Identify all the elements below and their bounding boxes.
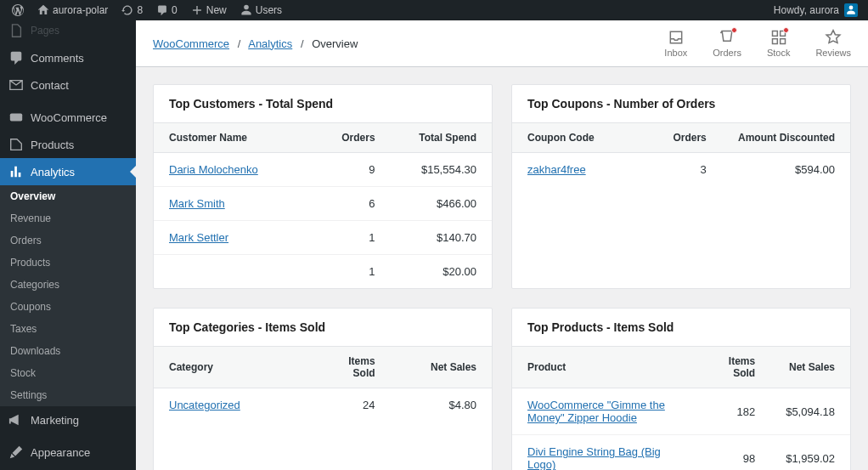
dashboard: Top Customers - Total Spend Customer Nam… — [136, 67, 868, 470]
menu-appearance[interactable]: Appearance — [0, 439, 136, 466]
product-link[interactable]: Divi Engine String Bag (Big Logo) — [527, 445, 661, 470]
submenu-orders[interactable]: Orders — [0, 229, 136, 252]
analytics-submenu: Overview Revenue Orders Products Categor… — [0, 185, 136, 406]
table-row: Mark Smith6$466.00 — [154, 187, 492, 221]
megaphone-icon — [8, 412, 24, 428]
submenu-coupons[interactable]: Coupons — [0, 296, 136, 318]
col-total-spend: Total Spend — [391, 123, 492, 153]
col-customer-name: Customer Name — [154, 123, 316, 153]
col-net-sales: Net Sales — [770, 347, 850, 388]
table-row: Uncategorized24$4.80 — [154, 388, 492, 422]
orders-icon — [719, 29, 736, 46]
table-row: 1$20.00 — [154, 255, 492, 289]
col-amount-discounted: Amount Discounted — [722, 123, 850, 153]
breadcrumb-woocommerce[interactable]: WooCommerce — [153, 37, 229, 50]
col-category: Category — [154, 347, 316, 388]
activity-stock[interactable]: Stock — [767, 29, 791, 58]
plus-icon — [191, 4, 203, 16]
updates-link[interactable]: 8 — [115, 0, 149, 20]
col-orders: Orders — [316, 123, 391, 153]
col-orders: Orders — [647, 123, 722, 153]
submenu-products[interactable]: Products — [0, 252, 136, 274]
table-row: Daria Molochenko9$15,554.30 — [154, 153, 492, 187]
table-row: WooCommerce "Gimme the Money" Zipper Hoo… — [512, 388, 850, 435]
howdy-text: Howdy, aurora — [774, 4, 839, 16]
menu-woocommerce[interactable]: WooCommerce — [0, 104, 136, 131]
comments-count: 0 — [172, 4, 178, 16]
activity-panel: Inbox Orders Stock Reviews — [664, 29, 851, 58]
analytics-icon — [8, 164, 24, 179]
activity-inbox[interactable]: Inbox — [664, 29, 687, 58]
menu-contact[interactable]: Contact — [0, 71, 136, 99]
table-row: Mark Settler1$140.70 — [154, 221, 492, 255]
card-title: Top Categories - Items Sold — [154, 309, 492, 347]
submenu-settings[interactable]: Settings — [0, 384, 136, 406]
menu-marketing[interactable]: Marketing — [0, 406, 136, 433]
site-name-link[interactable]: aurora-polar — [31, 0, 115, 20]
notification-dot — [783, 27, 789, 33]
menu-plugins[interactable]: Plugins4 — [0, 466, 136, 470]
customers-table: Customer Name Orders Total Spend Daria M… — [154, 123, 492, 288]
menu-pages[interactable]: Pages — [0, 20, 136, 44]
submenu-categories[interactable]: Categories — [0, 274, 136, 296]
customer-link[interactable]: Daria Molochenko — [169, 163, 258, 176]
activity-reviews[interactable]: Reviews — [815, 29, 851, 58]
coupon-link[interactable]: zakhar4free — [527, 163, 586, 176]
product-link[interactable]: WooCommerce "Gimme the Money" Zipper Hoo… — [527, 399, 665, 424]
admin-sidebar: Pages Comments Contact WooCommerce Produ… — [0, 20, 136, 470]
products-table: Product Items Sold Net Sales WooCommerce… — [512, 347, 850, 470]
site-name-text: aurora-polar — [53, 4, 108, 16]
activity-orders[interactable]: Orders — [713, 29, 741, 58]
update-icon — [121, 4, 133, 16]
brush-icon — [8, 445, 24, 460]
customer-link[interactable]: Mark Smith — [169, 197, 225, 210]
mail-icon — [8, 77, 24, 93]
card-title: Top Customers - Total Spend — [154, 85, 492, 123]
category-link[interactable]: Uncategorized — [169, 399, 240, 411]
submenu-downloads[interactable]: Downloads — [0, 340, 136, 362]
card-top-customers: Top Customers - Total Spend Customer Nam… — [153, 84, 493, 289]
col-items-sold: Items Sold — [316, 347, 391, 388]
breadcrumb: WooCommerce / Analytics / Overview — [153, 37, 358, 50]
breadcrumb-overview: Overview — [312, 37, 358, 50]
stock-icon — [770, 29, 787, 46]
submenu-taxes[interactable]: Taxes — [0, 318, 136, 340]
users-link-top[interactable]: Users — [234, 0, 289, 20]
menu-comments[interactable]: Comments — [0, 44, 136, 71]
submenu-stock[interactable]: Stock — [0, 362, 136, 384]
comments-link[interactable]: 0 — [149, 0, 184, 20]
svg-rect-0 — [10, 114, 22, 122]
col-items-sold: Items Sold — [703, 347, 770, 388]
submenu-overview[interactable]: Overview — [0, 185, 136, 207]
new-content-link[interactable]: New — [184, 0, 234, 20]
user-icon — [240, 4, 252, 16]
page-topbar: WooCommerce / Analytics / Overview Inbox… — [136, 20, 868, 67]
pages-icon — [8, 23, 24, 38]
table-row: zakhar4free3$594.00 — [512, 153, 850, 187]
updates-count: 8 — [137, 4, 143, 16]
products-icon — [8, 137, 24, 152]
categories-table: Category Items Sold Net Sales Uncategori… — [154, 347, 492, 422]
coupons-table: Coupon Code Orders Amount Discounted zak… — [512, 123, 850, 186]
star-icon — [825, 29, 842, 46]
submenu-revenue[interactable]: Revenue — [0, 207, 136, 229]
content-area: WooCommerce / Analytics / Overview Inbox… — [136, 20, 868, 470]
inbox-icon — [668, 29, 685, 46]
table-row: Divi Engine String Bag (Big Logo)98$1,95… — [512, 435, 850, 471]
admin-bar: aurora-polar 8 0 New Users Howdy, aurora — [0, 0, 868, 20]
comment-icon — [8, 50, 24, 65]
svg-rect-7 — [772, 39, 777, 44]
card-top-categories: Top Categories - Items Sold Category Ite… — [153, 308, 493, 470]
breadcrumb-sep: / — [238, 37, 241, 50]
svg-rect-5 — [772, 31, 777, 37]
breadcrumb-analytics[interactable]: Analytics — [248, 37, 292, 50]
card-top-coupons: Top Coupons - Number of Orders Coupon Co… — [511, 84, 851, 289]
menu-products[interactable]: Products — [0, 131, 136, 158]
wordpress-icon — [12, 4, 24, 16]
wp-logo[interactable] — [5, 0, 31, 20]
menu-analytics[interactable]: Analytics — [0, 158, 136, 185]
howdy-account[interactable]: Howdy, aurora — [769, 3, 863, 17]
customer-link[interactable]: Mark Settler — [169, 231, 228, 244]
notification-dot — [731, 27, 737, 33]
woocommerce-icon — [8, 110, 24, 125]
